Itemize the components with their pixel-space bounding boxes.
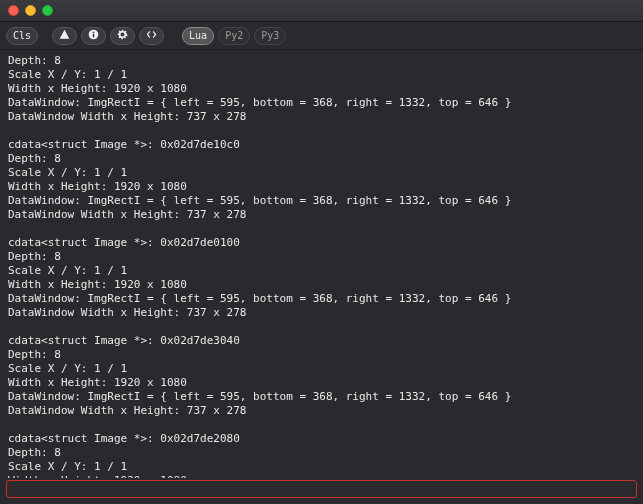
toolbar: Cls Lua Py2 Py3 <box>0 22 643 50</box>
output-line: Width x Height: 1920 x 1080 <box>8 180 635 194</box>
output-line: cdata<struct Image *>: 0x02d7de3040 <box>8 334 635 348</box>
code-button[interactable] <box>139 27 164 45</box>
output-line: Depth: 8 <box>8 54 635 68</box>
gear-icon <box>117 29 128 42</box>
output-line: Scale X / Y: 1 / 1 <box>8 68 635 82</box>
output-line: DataWindow: ImgRectI = { left = 595, bot… <box>8 390 635 404</box>
settings-button[interactable] <box>110 27 135 45</box>
tab-py2[interactable]: Py2 <box>218 27 250 45</box>
output-line: Width x Height: 1920 x 1080 <box>8 474 635 478</box>
language-tabs: Lua Py2 Py3 <box>182 27 286 45</box>
output-block: cdata<struct Image *>: 0x02d7de3040Depth… <box>8 334 635 418</box>
output-line: DataWindow: ImgRectI = { left = 595, bot… <box>8 292 635 306</box>
output-block: cdata<struct Image *>: 0x02d7de0100Depth… <box>8 236 635 320</box>
info-button[interactable] <box>81 27 106 45</box>
output-line: DataWindow: ImgRectI = { left = 595, bot… <box>8 194 635 208</box>
tab-py3[interactable]: Py3 <box>254 27 286 45</box>
tab-lua[interactable]: Lua <box>182 27 214 45</box>
warning-button[interactable] <box>52 27 77 45</box>
output-line: Width x Height: 1920 x 1080 <box>8 278 635 292</box>
svg-rect-2 <box>93 32 94 33</box>
warning-icon <box>59 29 70 42</box>
command-input-wrapper <box>6 480 637 498</box>
maximize-icon[interactable] <box>42 5 53 16</box>
output-line: Depth: 8 <box>8 446 635 460</box>
output-block: cdata<struct Image *>: 0x02d7de10c0Depth… <box>8 138 635 222</box>
output-line: DataWindow Width x Height: 737 x 278 <box>8 208 635 222</box>
cls-button[interactable]: Cls <box>6 27 38 45</box>
output-block: Depth: 8Scale X / Y: 1 / 1Width x Height… <box>8 54 635 124</box>
svg-rect-1 <box>93 34 94 37</box>
output-line: Scale X / Y: 1 / 1 <box>8 362 635 376</box>
output-line: Depth: 8 <box>8 348 635 362</box>
command-input[interactable] <box>7 481 636 497</box>
output-line: DataWindow: ImgRectI = { left = 595, bot… <box>8 96 635 110</box>
output-block: cdata<struct Image *>: 0x02d7de2080Depth… <box>8 432 635 478</box>
output-line: Depth: 8 <box>8 250 635 264</box>
output-line: Scale X / Y: 1 / 1 <box>8 264 635 278</box>
info-icon <box>88 29 99 42</box>
output-line: Scale X / Y: 1 / 1 <box>8 460 635 474</box>
output-line: DataWindow Width x Height: 737 x 278 <box>8 110 635 124</box>
output-line: DataWindow Width x Height: 737 x 278 <box>8 306 635 320</box>
output-line: Width x Height: 1920 x 1080 <box>8 82 635 96</box>
output-line: Depth: 8 <box>8 152 635 166</box>
output-line: Scale X / Y: 1 / 1 <box>8 166 635 180</box>
output-line: Width x Height: 1920 x 1080 <box>8 376 635 390</box>
console-output: Depth: 8Scale X / Y: 1 / 1Width x Height… <box>0 50 643 478</box>
minimize-icon[interactable] <box>25 5 36 16</box>
close-icon[interactable] <box>8 5 19 16</box>
output-line: cdata<struct Image *>: 0x02d7de0100 <box>8 236 635 250</box>
titlebar <box>0 0 643 22</box>
output-line: cdata<struct Image *>: 0x02d7de2080 <box>8 432 635 446</box>
output-line: DataWindow Width x Height: 737 x 278 <box>8 404 635 418</box>
output-line: cdata<struct Image *>: 0x02d7de10c0 <box>8 138 635 152</box>
code-icon <box>146 29 157 42</box>
